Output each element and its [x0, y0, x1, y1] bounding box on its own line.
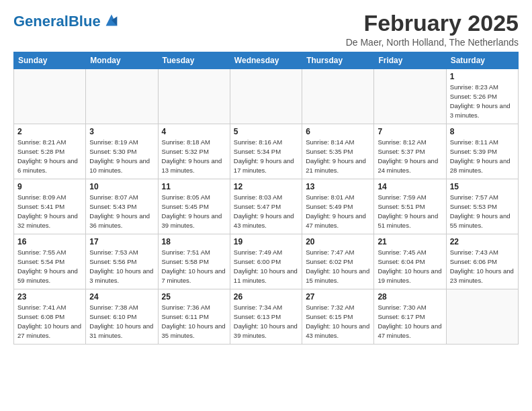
day-number: 25 [162, 292, 226, 302]
day-number: 19 [234, 237, 298, 246]
day-info: Sunrise: 7:47 AM Sunset: 6:02 PM Dayligh… [306, 248, 370, 285]
day-info: Sunrise: 7:55 AM Sunset: 5:54 PM Dayligh… [17, 248, 82, 285]
calendar-cell: 24Sunrise: 7:38 AM Sunset: 6:10 PM Dayli… [86, 289, 158, 345]
calendar-cell: 28Sunrise: 7:30 AM Sunset: 6:17 PM Dayli… [374, 289, 446, 345]
day-number: 3 [89, 127, 154, 136]
calendar-cell: 13Sunrise: 8:01 AM Sunset: 5:49 PM Dayli… [302, 179, 374, 234]
calendar-cell [374, 69, 446, 124]
calendar-cell: 2Sunrise: 8:21 AM Sunset: 5:28 PM Daylig… [14, 124, 86, 179]
day-info: Sunrise: 8:14 AM Sunset: 5:35 PM Dayligh… [306, 138, 370, 175]
day-number: 2 [17, 127, 82, 136]
day-number: 6 [306, 127, 370, 136]
header-wednesday: Wednesday [230, 52, 302, 69]
day-info: Sunrise: 8:16 AM Sunset: 5:34 PM Dayligh… [234, 138, 298, 175]
logo-icon [102, 11, 121, 30]
day-number: 23 [17, 292, 82, 302]
calendar-cell: 26Sunrise: 7:34 AM Sunset: 6:13 PM Dayli… [230, 289, 302, 345]
day-info: Sunrise: 7:51 AM Sunset: 5:58 PM Dayligh… [162, 248, 226, 285]
day-info: Sunrise: 8:11 AM Sunset: 5:39 PM Dayligh… [450, 138, 515, 175]
day-number: 11 [162, 182, 226, 191]
logo-general: General [13, 13, 69, 30]
day-info: Sunrise: 7:41 AM Sunset: 6:08 PM Dayligh… [17, 303, 82, 340]
day-info: Sunrise: 8:12 AM Sunset: 5:37 PM Dayligh… [378, 138, 442, 175]
calendar-week-row: 9Sunrise: 8:09 AM Sunset: 5:41 PM Daylig… [14, 179, 519, 234]
day-info: Sunrise: 8:21 AM Sunset: 5:28 PM Dayligh… [17, 138, 82, 175]
header-monday: Monday [86, 52, 158, 69]
calendar-cell: 27Sunrise: 7:32 AM Sunset: 6:15 PM Dayli… [302, 289, 374, 345]
day-number: 9 [17, 182, 82, 191]
day-info: Sunrise: 8:01 AM Sunset: 5:49 PM Dayligh… [306, 193, 370, 230]
calendar-cell: 21Sunrise: 7:45 AM Sunset: 6:04 PM Dayli… [374, 234, 446, 289]
calendar-cell: 14Sunrise: 7:59 AM Sunset: 5:51 PM Dayli… [374, 179, 446, 234]
day-info: Sunrise: 8:03 AM Sunset: 5:47 PM Dayligh… [234, 193, 298, 230]
day-info: Sunrise: 7:59 AM Sunset: 5:51 PM Dayligh… [378, 193, 442, 230]
calendar-cell: 4Sunrise: 8:18 AM Sunset: 5:32 PM Daylig… [158, 124, 230, 179]
day-number: 1 [450, 72, 515, 81]
day-info: Sunrise: 7:53 AM Sunset: 5:56 PM Dayligh… [89, 248, 154, 285]
header-tuesday: Tuesday [158, 52, 230, 69]
day-number: 20 [306, 237, 370, 246]
calendar-cell: 9Sunrise: 8:09 AM Sunset: 5:41 PM Daylig… [14, 179, 86, 234]
day-number: 4 [162, 127, 226, 136]
day-info: Sunrise: 7:38 AM Sunset: 6:10 PM Dayligh… [89, 303, 154, 340]
month-title: February 2025 [346, 11, 519, 36]
calendar-cell: 11Sunrise: 8:05 AM Sunset: 5:45 PM Dayli… [158, 179, 230, 234]
header-friday: Friday [374, 52, 446, 69]
day-info: Sunrise: 8:23 AM Sunset: 5:26 PM Dayligh… [450, 83, 515, 120]
day-number: 24 [89, 292, 154, 302]
calendar-cell: 1Sunrise: 8:23 AM Sunset: 5:26 PM Daylig… [446, 69, 518, 124]
day-info: Sunrise: 7:34 AM Sunset: 6:13 PM Dayligh… [234, 303, 298, 340]
day-number: 12 [234, 182, 298, 191]
calendar-week-row: 1Sunrise: 8:23 AM Sunset: 5:26 PM Daylig… [14, 69, 519, 124]
day-number: 28 [378, 292, 442, 302]
day-number: 22 [450, 237, 515, 246]
day-number: 17 [89, 237, 154, 246]
calendar-week-row: 16Sunrise: 7:55 AM Sunset: 5:54 PM Dayli… [14, 234, 519, 289]
calendar-cell: 19Sunrise: 7:49 AM Sunset: 6:00 PM Dayli… [230, 234, 302, 289]
calendar-cell: 10Sunrise: 8:07 AM Sunset: 5:43 PM Dayli… [86, 179, 158, 234]
day-info: Sunrise: 7:32 AM Sunset: 6:15 PM Dayligh… [306, 303, 370, 340]
calendar-cell: 25Sunrise: 7:36 AM Sunset: 6:11 PM Dayli… [158, 289, 230, 345]
day-number: 7 [378, 127, 442, 136]
day-number: 26 [234, 292, 298, 302]
day-number: 14 [378, 182, 442, 191]
header-thursday: Thursday [302, 52, 374, 69]
day-number: 5 [234, 127, 298, 136]
calendar-cell: 3Sunrise: 8:19 AM Sunset: 5:30 PM Daylig… [86, 124, 158, 179]
calendar-cell [158, 69, 230, 124]
day-info: Sunrise: 7:49 AM Sunset: 6:00 PM Dayligh… [234, 248, 298, 285]
day-number: 10 [89, 182, 154, 191]
calendar-cell [14, 69, 86, 124]
calendar-cell [446, 289, 518, 345]
day-number: 8 [450, 127, 515, 136]
day-info: Sunrise: 7:36 AM Sunset: 6:11 PM Dayligh… [162, 303, 226, 340]
header: GeneralBlue February 2025 De Maer, North… [13, 11, 519, 48]
logo: GeneralBlue [13, 13, 121, 30]
calendar-cell: 17Sunrise: 7:53 AM Sunset: 5:56 PM Dayli… [86, 234, 158, 289]
day-info: Sunrise: 8:19 AM Sunset: 5:30 PM Dayligh… [89, 138, 154, 175]
day-number: 18 [162, 237, 226, 246]
calendar-cell: 7Sunrise: 8:12 AM Sunset: 5:37 PM Daylig… [374, 124, 446, 179]
day-info: Sunrise: 8:18 AM Sunset: 5:32 PM Dayligh… [162, 138, 226, 175]
calendar-cell: 22Sunrise: 7:43 AM Sunset: 6:06 PM Dayli… [446, 234, 518, 289]
logo-text: GeneralBlue [13, 13, 101, 30]
day-number: 13 [306, 182, 370, 191]
header-sunday: Sunday [14, 52, 86, 69]
day-info: Sunrise: 7:30 AM Sunset: 6:17 PM Dayligh… [378, 303, 442, 340]
calendar-week-row: 2Sunrise: 8:21 AM Sunset: 5:28 PM Daylig… [14, 124, 519, 179]
calendar-cell: 5Sunrise: 8:16 AM Sunset: 5:34 PM Daylig… [230, 124, 302, 179]
calendar-cell [86, 69, 158, 124]
calendar-cell: 23Sunrise: 7:41 AM Sunset: 6:08 PM Dayli… [14, 289, 86, 345]
location-subtitle: De Maer, North Holland, The Netherlands [346, 37, 519, 48]
page: GeneralBlue February 2025 De Maer, North… [0, 0, 532, 351]
day-number: 16 [17, 237, 82, 246]
day-info: Sunrise: 8:05 AM Sunset: 5:45 PM Dayligh… [162, 193, 226, 230]
calendar-cell: 18Sunrise: 7:51 AM Sunset: 5:58 PM Dayli… [158, 234, 230, 289]
title-block: February 2025 De Maer, North Holland, Th… [346, 11, 519, 48]
day-info: Sunrise: 8:07 AM Sunset: 5:43 PM Dayligh… [89, 193, 154, 230]
day-info: Sunrise: 7:45 AM Sunset: 6:04 PM Dayligh… [378, 248, 442, 285]
calendar-header-row: Sunday Monday Tuesday Wednesday Thursday… [14, 52, 519, 69]
day-number: 15 [450, 182, 515, 191]
calendar-cell: 15Sunrise: 7:57 AM Sunset: 5:53 PM Dayli… [446, 179, 518, 234]
calendar-table: Sunday Monday Tuesday Wednesday Thursday… [13, 52, 519, 345]
